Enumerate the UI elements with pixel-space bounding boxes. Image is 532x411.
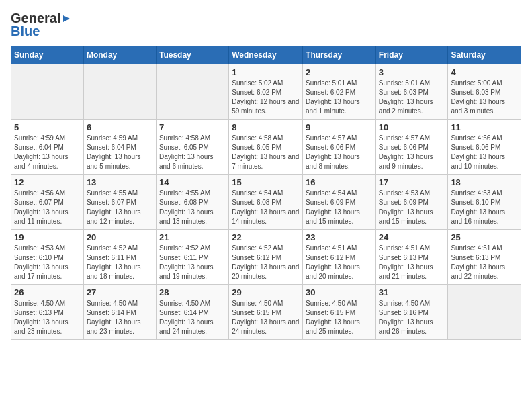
day-cell: 3Sunrise: 5:01 AM Sunset: 6:03 PM Daylig… (375, 64, 448, 120)
day-number: 21 (159, 232, 226, 242)
day-cell: 18Sunrise: 4:53 AM Sunset: 6:10 PM Dayli… (448, 175, 521, 230)
day-cell: 8Sunrise: 4:58 AM Sunset: 6:05 PM Daylig… (229, 120, 303, 175)
header-cell-saturday: Saturday (448, 46, 521, 64)
day-number: 5 (14, 122, 81, 132)
day-number: 20 (87, 232, 153, 242)
header-cell-friday: Friday (375, 46, 448, 64)
day-info: Sunrise: 4:59 AM Sunset: 6:04 PM Dayligh… (14, 134, 81, 171)
day-cell: 21Sunrise: 4:52 AM Sunset: 6:11 PM Dayli… (156, 230, 228, 285)
day-cell: 12Sunrise: 4:56 AM Sunset: 6:07 PM Dayli… (11, 175, 84, 230)
day-info: Sunrise: 5:02 AM Sunset: 6:02 PM Dayligh… (232, 79, 300, 116)
day-cell: 9Sunrise: 4:57 AM Sunset: 6:06 PM Daylig… (303, 120, 376, 175)
day-number: 3 (379, 67, 445, 77)
day-info: Sunrise: 4:51 AM Sunset: 6:13 PM Dayligh… (379, 244, 445, 281)
header-cell-tuesday: Tuesday (156, 46, 228, 64)
day-number: 22 (232, 232, 300, 242)
header-cell-thursday: Thursday (303, 46, 376, 64)
day-info: Sunrise: 4:50 AM Sunset: 6:14 PM Dayligh… (159, 299, 226, 336)
day-number: 4 (451, 67, 518, 77)
day-number: 24 (379, 232, 445, 242)
day-cell: 19Sunrise: 4:53 AM Sunset: 6:10 PM Dayli… (11, 230, 84, 285)
day-cell: 22Sunrise: 4:52 AM Sunset: 6:12 PM Dayli… (229, 230, 303, 285)
day-info: Sunrise: 4:51 AM Sunset: 6:12 PM Dayligh… (306, 244, 373, 281)
day-number: 15 (232, 177, 300, 187)
day-info: Sunrise: 4:54 AM Sunset: 6:09 PM Dayligh… (306, 189, 373, 226)
day-cell: 20Sunrise: 4:52 AM Sunset: 6:11 PM Dayli… (83, 230, 156, 285)
day-number: 29 (232, 287, 300, 298)
day-info: Sunrise: 4:50 AM Sunset: 6:15 PM Dayligh… (232, 299, 300, 336)
day-cell: 7Sunrise: 4:58 AM Sunset: 6:05 PM Daylig… (156, 120, 228, 175)
day-cell: 23Sunrise: 4:51 AM Sunset: 6:12 PM Dayli… (303, 230, 376, 285)
day-number: 19 (14, 232, 81, 242)
day-info: Sunrise: 4:57 AM Sunset: 6:06 PM Dayligh… (306, 134, 373, 171)
day-number: 14 (159, 177, 226, 187)
day-number: 30 (306, 287, 373, 298)
day-number: 17 (379, 177, 445, 187)
logo-blue: Blue (11, 24, 40, 39)
day-cell (83, 64, 156, 120)
day-cell: 11Sunrise: 4:56 AM Sunset: 6:06 PM Dayli… (448, 120, 521, 175)
header-cell-wednesday: Wednesday (229, 46, 303, 64)
day-number: 1 (232, 67, 300, 77)
day-number: 2 (306, 67, 373, 77)
header-cell-sunday: Sunday (11, 46, 84, 64)
svg-marker-0 (63, 15, 70, 22)
week-row-5: 26Sunrise: 4:50 AM Sunset: 6:13 PM Dayli… (11, 285, 521, 340)
day-info: Sunrise: 4:59 AM Sunset: 6:04 PM Dayligh… (87, 134, 153, 171)
day-number: 13 (87, 177, 153, 187)
week-row-1: 1Sunrise: 5:02 AM Sunset: 6:02 PM Daylig… (11, 64, 521, 120)
day-number: 8 (232, 122, 300, 132)
day-cell: 28Sunrise: 4:50 AM Sunset: 6:14 PM Dayli… (156, 285, 228, 340)
calendar-table: SundayMondayTuesdayWednesdayThursdayFrid… (11, 46, 521, 340)
day-number: 18 (451, 177, 518, 187)
day-number: 25 (451, 232, 518, 242)
day-cell: 1Sunrise: 5:02 AM Sunset: 6:02 PM Daylig… (229, 64, 303, 120)
day-cell (448, 285, 521, 340)
logo: General Blue (11, 11, 71, 39)
day-cell: 15Sunrise: 4:54 AM Sunset: 6:08 PM Dayli… (229, 175, 303, 230)
day-cell: 10Sunrise: 4:57 AM Sunset: 6:06 PM Dayli… (375, 120, 448, 175)
day-number: 23 (306, 232, 373, 242)
day-info: Sunrise: 4:55 AM Sunset: 6:08 PM Dayligh… (159, 189, 226, 226)
day-cell (156, 64, 228, 120)
day-info: Sunrise: 4:52 AM Sunset: 6:11 PM Dayligh… (87, 244, 153, 281)
day-number: 7 (159, 122, 226, 132)
day-cell: 5Sunrise: 4:59 AM Sunset: 6:04 PM Daylig… (11, 120, 84, 175)
day-cell: 6Sunrise: 4:59 AM Sunset: 6:04 PM Daylig… (83, 120, 156, 175)
week-row-2: 5Sunrise: 4:59 AM Sunset: 6:04 PM Daylig… (11, 120, 521, 175)
day-info: Sunrise: 5:00 AM Sunset: 6:03 PM Dayligh… (451, 79, 518, 116)
day-number: 27 (87, 287, 153, 298)
day-cell: 14Sunrise: 4:55 AM Sunset: 6:08 PM Dayli… (156, 175, 228, 230)
day-info: Sunrise: 4:58 AM Sunset: 6:05 PM Dayligh… (159, 134, 226, 171)
day-info: Sunrise: 4:54 AM Sunset: 6:08 PM Dayligh… (232, 189, 300, 226)
day-number: 6 (87, 122, 153, 132)
day-info: Sunrise: 4:55 AM Sunset: 6:07 PM Dayligh… (87, 189, 153, 226)
page-header: General Blue (11, 11, 521, 39)
day-info: Sunrise: 5:01 AM Sunset: 6:02 PM Dayligh… (306, 79, 373, 116)
day-cell: 13Sunrise: 4:55 AM Sunset: 6:07 PM Dayli… (83, 175, 156, 230)
day-info: Sunrise: 4:56 AM Sunset: 6:07 PM Dayligh… (14, 189, 81, 226)
day-info: Sunrise: 4:50 AM Sunset: 6:16 PM Dayligh… (379, 299, 445, 336)
day-cell: 30Sunrise: 4:50 AM Sunset: 6:15 PM Dayli… (303, 285, 376, 340)
day-info: Sunrise: 4:52 AM Sunset: 6:11 PM Dayligh… (159, 244, 226, 281)
day-cell: 26Sunrise: 4:50 AM Sunset: 6:13 PM Dayli… (11, 285, 84, 340)
day-cell: 17Sunrise: 4:53 AM Sunset: 6:09 PM Dayli… (375, 175, 448, 230)
day-info: Sunrise: 4:50 AM Sunset: 6:14 PM Dayligh… (87, 299, 153, 336)
header-cell-monday: Monday (83, 46, 156, 64)
day-cell: 24Sunrise: 4:51 AM Sunset: 6:13 PM Dayli… (375, 230, 448, 285)
day-info: Sunrise: 4:50 AM Sunset: 6:13 PM Dayligh… (14, 299, 81, 336)
day-cell: 29Sunrise: 4:50 AM Sunset: 6:15 PM Dayli… (229, 285, 303, 340)
day-cell: 4Sunrise: 5:00 AM Sunset: 6:03 PM Daylig… (448, 64, 521, 120)
day-number: 16 (306, 177, 373, 187)
day-info: Sunrise: 4:50 AM Sunset: 6:15 PM Dayligh… (306, 299, 373, 336)
day-info: Sunrise: 4:58 AM Sunset: 6:05 PM Dayligh… (232, 134, 300, 171)
day-info: Sunrise: 4:51 AM Sunset: 6:13 PM Dayligh… (451, 244, 518, 281)
day-cell: 25Sunrise: 4:51 AM Sunset: 6:13 PM Dayli… (448, 230, 521, 285)
day-cell: 31Sunrise: 4:50 AM Sunset: 6:16 PM Dayli… (375, 285, 448, 340)
day-info: Sunrise: 4:52 AM Sunset: 6:12 PM Dayligh… (232, 244, 300, 281)
logo-arrow-icon (62, 14, 71, 24)
day-cell: 27Sunrise: 4:50 AM Sunset: 6:14 PM Dayli… (83, 285, 156, 340)
day-number: 11 (451, 122, 518, 132)
day-cell (11, 64, 84, 120)
day-number: 31 (379, 287, 445, 298)
